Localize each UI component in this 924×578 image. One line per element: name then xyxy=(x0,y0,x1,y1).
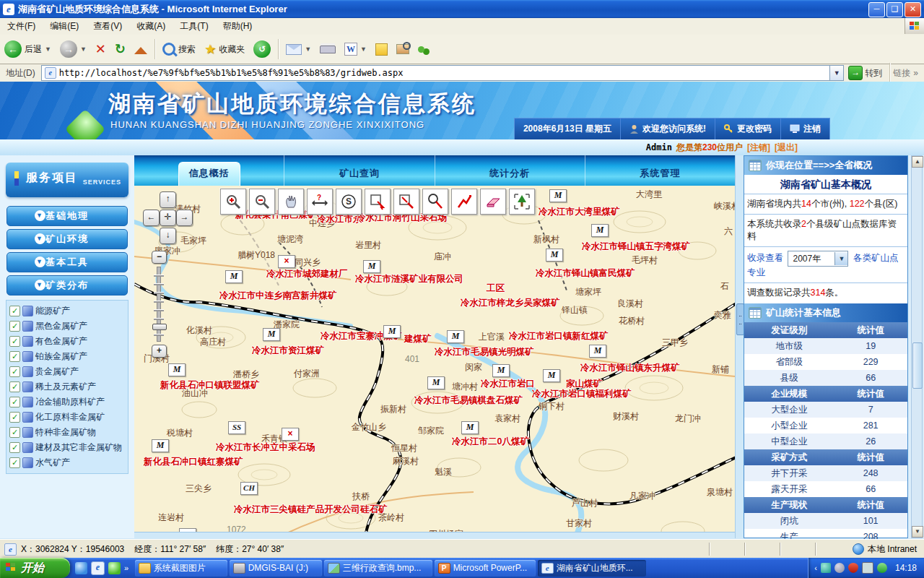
layer-checkbox[interactable]: ✓ xyxy=(9,427,20,438)
refresh-button[interactable]: ↻ xyxy=(110,37,130,61)
mine-label[interactable]: 工区 xyxy=(487,282,505,295)
tab-系统管理[interactable]: 系统管理 xyxy=(631,164,689,183)
scroll-down-button[interactable]: ▼ xyxy=(912,526,923,538)
menu-item[interactable]: 文件(F) xyxy=(0,20,43,33)
layer-checkbox[interactable]: ✓ xyxy=(9,321,20,332)
mine-point-marker[interactable]: M xyxy=(263,328,280,341)
welcome-item[interactable]: 欢迎您访问系统! xyxy=(620,118,715,139)
scroll-up-button[interactable]: ▲ xyxy=(912,156,923,168)
quick-launch-desktop-icon[interactable] xyxy=(75,562,87,574)
mine-point-marker[interactable]: M xyxy=(427,376,445,389)
map-container[interactable]: 信息概括矿山查询统计分析系统管理 ↑ ← ✛ → ↓ − + ?S 新化县栗什甫… xyxy=(134,155,735,538)
map-marker[interactable]: × xyxy=(278,255,295,268)
pan-right-button[interactable]: → xyxy=(176,210,193,226)
pan-center-button[interactable]: ✛ xyxy=(160,210,176,226)
task-button[interactable]: DMGIS-BAI (J:) xyxy=(230,560,322,577)
back-button[interactable]: ← 后退 ▼ xyxy=(0,37,56,61)
history-button[interactable]: ↺ xyxy=(249,37,275,61)
layer-item[interactable]: ✓贵金属矿产 xyxy=(8,364,126,379)
sidebar-button-基本工具[interactable]: 基本工具▼ xyxy=(6,252,128,272)
mine-label[interactable]: 冷水江市涟溪矿业有限公司 xyxy=(355,273,463,285)
mine-label[interactable]: 新化县石冲口镇红寨煤矿 xyxy=(144,456,243,468)
mine-label[interactable]: 冷水江市铎山镇五字湾煤矿 xyxy=(582,241,690,253)
tab-统计分析[interactable]: 统计分析 xyxy=(481,164,539,183)
mine-label[interactable]: 冷水江市铎山镇富民煤矿 xyxy=(536,267,635,280)
layer-checkbox[interactable]: ✓ xyxy=(9,306,20,316)
mine-label[interactable]: 冷水江市岩口 xyxy=(481,378,535,390)
mail-button[interactable]: ▼ xyxy=(282,37,315,61)
forward-button[interactable]: → ▼ xyxy=(56,37,91,61)
zoom-in-slider-button[interactable]: + xyxy=(152,345,167,358)
mine-label[interactable]: 冷水江市大湾里煤矿 xyxy=(539,206,620,218)
unselect-rect-tool-button[interactable] xyxy=(393,189,419,215)
pan-up-button[interactable]: ↑ xyxy=(160,191,176,208)
mine-point-marker[interactable]: M xyxy=(225,270,243,283)
layer-checkbox[interactable]: ✓ xyxy=(9,381,20,392)
layer-item[interactable]: ✓铂族金属矿产 xyxy=(8,349,126,364)
print-button[interactable] xyxy=(315,37,340,61)
quick-launch-ie-icon[interactable]: e xyxy=(91,561,105,575)
menu-item[interactable]: 工具(T) xyxy=(173,20,215,33)
edit-dropdown-icon[interactable]: ▼ xyxy=(360,46,367,53)
mine-label[interactable]: 冷水江市梓龙乡吴家煤矿 xyxy=(461,297,560,309)
mine-point-marker[interactable]: M xyxy=(549,189,567,202)
messenger-button[interactable] xyxy=(414,37,429,61)
menu-item[interactable]: 帮助(H) xyxy=(216,20,260,33)
pan-down-button[interactable]: ↓ xyxy=(160,228,176,244)
zoom-slider-handle[interactable] xyxy=(152,324,167,330)
select-circle-tool-button[interactable] xyxy=(422,189,448,215)
mine-point-marker[interactable]: M xyxy=(168,363,186,376)
mine-label[interactable]: 冷水江市三尖镇硅产品开发公司硅石矿 xyxy=(234,504,388,516)
layer-item[interactable]: ✓水气矿产 xyxy=(8,455,126,470)
layer-item[interactable]: ✓黑色金属矿产 xyxy=(8,319,126,334)
quick-launch-media-icon[interactable] xyxy=(108,562,121,574)
task-button[interactable]: PMicrosoft PowerP... xyxy=(435,560,536,577)
measure-tool-button[interactable]: ? xyxy=(307,189,333,215)
map-marker[interactable]: CH xyxy=(240,482,258,495)
address-dropdown-icon[interactable]: ▼ xyxy=(830,65,844,81)
map-marker[interactable]: SS xyxy=(228,421,245,434)
select-rect-tool-button[interactable] xyxy=(365,189,391,215)
year-select-arrow-icon[interactable]: ▼ xyxy=(834,252,847,265)
tray-icon-1[interactable] xyxy=(821,563,831,573)
eraser-tool-button[interactable] xyxy=(480,189,506,215)
mine-label[interactable]: 冷水江市城郊建材厂 xyxy=(266,268,348,280)
mine-label[interactable]: 建煤矿 xyxy=(404,333,432,345)
page-vscrollbar-handle[interactable] xyxy=(912,342,923,389)
mine-label[interactable]: 冷水江市中连乡南宫新井煤矿 xyxy=(219,290,337,302)
favorites-button[interactable]: ★ 收藏夹 xyxy=(200,37,249,61)
mine-point-marker[interactable]: M xyxy=(546,249,563,262)
layer-item[interactable]: ✓建材及其它非金属矿物 xyxy=(8,440,126,455)
layer-item[interactable]: ✓化工原料非金属矿 xyxy=(8,410,126,425)
mine-point-marker[interactable]: M xyxy=(383,325,401,338)
task-button[interactable]: 三维行政查询.bmp... xyxy=(324,560,432,577)
full-extent-tool-button[interactable]: S xyxy=(336,189,362,215)
mine-point-marker[interactable]: M xyxy=(591,224,609,237)
change-password-item[interactable]: 更改密码 xyxy=(715,118,780,139)
zoom-out-tool-button[interactable] xyxy=(249,189,275,215)
pan-tool-button[interactable] xyxy=(278,189,304,215)
task-button[interactable]: e湖南省矿山地质环... xyxy=(538,560,646,577)
stop-button[interactable]: ✕ xyxy=(91,37,110,61)
logout-item[interactable]: 注销 xyxy=(780,118,829,139)
zoom-in-tool-button[interactable] xyxy=(220,189,246,215)
zoom-out-slider-button[interactable]: − xyxy=(152,251,167,264)
year-select[interactable]: 2007年 ▼ xyxy=(788,251,848,267)
mail-dropdown-icon[interactable]: ▼ xyxy=(305,46,311,53)
layer-item[interactable]: ✓特种非金属矿物 xyxy=(8,425,126,440)
layer-checkbox[interactable]: ✓ xyxy=(9,366,20,377)
mine-point-marker[interactable]: M xyxy=(492,364,510,377)
logout-link[interactable]: [注销] xyxy=(747,142,770,154)
zoom-slider-track[interactable] xyxy=(157,267,161,342)
forward-dropdown-icon[interactable]: ▼ xyxy=(80,46,87,53)
layer-item[interactable]: ✓冶金辅助原料矿产 xyxy=(8,394,126,410)
quick-launch-chevron-icon[interactable]: » xyxy=(124,564,128,572)
locate-tree-tool-button[interactable] xyxy=(509,189,535,215)
layer-item[interactable]: ✓能源矿产 xyxy=(8,303,126,319)
map-marker[interactable]: × xyxy=(282,428,299,441)
mine-label[interactable]: 冷水江市长冲立中采石场 xyxy=(216,441,315,454)
menu-item[interactable]: 查看(V) xyxy=(86,20,129,33)
mine-label[interactable]: 冷水江市岩口镇福利煤矿 xyxy=(532,388,632,400)
close-button[interactable]: ✕ xyxy=(905,2,921,17)
tab-矿山查询[interactable]: 矿山查询 xyxy=(331,164,388,183)
